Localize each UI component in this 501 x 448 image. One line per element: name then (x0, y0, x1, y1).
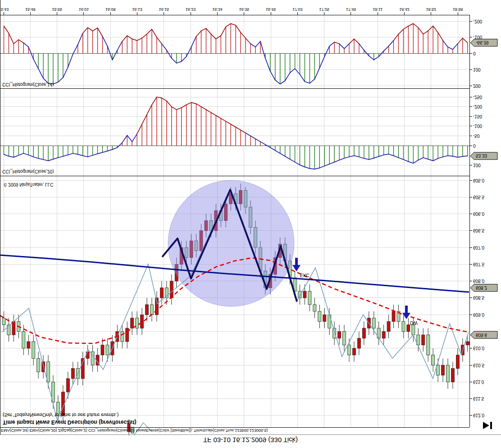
axis-tick-label: -150 (473, 114, 482, 119)
candle (313, 305, 316, 311)
candle (382, 332, 385, 338)
axis-tick-label: 610.5 (473, 363, 484, 368)
news-table-header: Time Impact News Event Description (prev… (3, 419, 137, 425)
svg-text:609.6: 609.6 (476, 333, 487, 338)
svg-text:608.2: 608.2 (476, 285, 487, 290)
candle (32, 342, 35, 358)
time-axis-label: 15:55 (52, 7, 62, 12)
candle (106, 345, 109, 355)
time-axis-label: 18:42 (399, 7, 410, 12)
candle (446, 365, 450, 382)
cci14-panel-label: CCI_Histogram(Close,14) (2, 82, 54, 87)
axis-value-badge: -66.39 (470, 39, 497, 46)
candle (323, 315, 326, 321)
time-axis-label: 15:48 (25, 7, 36, 12)
candle (150, 305, 154, 315)
axis-tick-label: 611.0 (473, 379, 484, 384)
axis-value-badge: 53.33 (470, 152, 497, 160)
candle (432, 355, 435, 365)
candle (392, 311, 395, 321)
chart-title: TF 03-10 16.12.2009 (330 Tick) (203, 436, 298, 444)
copyright-label: © 2009 NinjaTrader, LLC (4, 182, 53, 187)
candle (362, 328, 365, 338)
candle (387, 321, 390, 331)
time-axis-label: 17:03 (292, 7, 303, 12)
axis-tick-label: 0 (473, 51, 476, 56)
axis-tick-label: 607.0 (473, 245, 484, 250)
candle (121, 332, 124, 342)
time-axis-label: 18:11 (373, 7, 383, 12)
candle (348, 345, 351, 355)
time-axis-label: 16:35 (239, 7, 249, 12)
candle (66, 379, 69, 392)
candle (22, 332, 25, 348)
candle (146, 305, 149, 315)
candle (86, 352, 89, 358)
axis-labels: -200-1000100200-250-200-150-100-50010060… (469, 19, 484, 418)
cci14-panel (4, 23, 468, 84)
time-axis-label: 16:01 (79, 7, 89, 12)
go-to-end-button[interactable] (483, 422, 492, 429)
axis-tick-label: 200 (473, 83, 481, 88)
cci20-panel (4, 97, 468, 169)
axis-tick-label: -250 (473, 95, 482, 100)
candle (338, 332, 341, 338)
axis-tick-label: 100 (473, 163, 481, 168)
time-axis-label: 18:58 (453, 7, 463, 12)
candle (442, 365, 445, 375)
candle (141, 315, 144, 328)
signal-arrow-label: EXC (300, 273, 310, 278)
candle (412, 325, 415, 335)
axis-tick-label: 608.0 (473, 279, 484, 283)
highlight-circle-annotation (168, 180, 294, 306)
candle (160, 288, 163, 298)
time-axis-label: 17:25 (319, 7, 329, 12)
axis-tick-label: 607.5 (473, 262, 484, 267)
indicator-descriptor-line: EMA(Close,34) EMA(Close,20) ZigZag(Close… (1, 428, 268, 433)
candle (456, 355, 459, 369)
time-axis-label: 16:45 (266, 7, 276, 12)
axis-tick-label: -200 (473, 104, 482, 109)
time-axis-label: 15:43 (0, 7, 9, 12)
candle (451, 369, 454, 382)
candle (333, 328, 336, 338)
time-axis-label: 16:23 (186, 7, 196, 12)
axis-tick-label: 605.0 (473, 178, 484, 183)
candle (352, 348, 355, 355)
candle (407, 325, 410, 332)
chart-canvas[interactable]: 15:4315:4815:5516:0116:0816:1316:1516:23… (0, 0, 501, 448)
axis-tick-label: 610.0 (473, 346, 484, 351)
candle (101, 345, 104, 355)
candle (170, 281, 173, 298)
axis-tick-label: 0 (473, 143, 476, 148)
chart-window: 15:4315:4815:5516:0116:0816:1316:1516:23… (0, 0, 501, 448)
time-axis-label: 17:45 (346, 7, 356, 12)
candle (372, 318, 375, 328)
candle (402, 321, 405, 331)
cci20-panel-label: CCI_Histogram(Close,20) (2, 169, 54, 174)
candle (328, 315, 331, 328)
candle (427, 335, 430, 355)
candle (308, 291, 311, 305)
candle (131, 318, 134, 328)
news-hint-label: (Set 'TodaysNewsOnly' to false to see fu… (3, 412, 118, 418)
time-axis-label: 18:52 (426, 7, 437, 12)
candle (422, 335, 425, 345)
axis-tick-label: 609.0 (473, 312, 484, 317)
axis-value-badge: 609.6 (470, 331, 497, 338)
axis-tick-label: 605.5 (473, 195, 484, 200)
axis-tick-label: 612.0 (473, 413, 484, 418)
axis-tick-label: 611.5 (473, 396, 484, 401)
candle (2, 318, 5, 325)
candle (343, 332, 346, 345)
candle (27, 342, 30, 348)
time-axis-label: 16:13 (132, 7, 142, 12)
candle (37, 358, 40, 372)
axis-tick-label: 606.0 (473, 211, 484, 216)
candle (466, 342, 469, 345)
axis-tick-label: -200 (473, 19, 482, 24)
axis-tick-label: -100 (473, 123, 482, 128)
axis-tick-label: -50 (473, 133, 480, 138)
time-axis-label: 16:34 (212, 7, 223, 12)
candle (71, 369, 74, 379)
